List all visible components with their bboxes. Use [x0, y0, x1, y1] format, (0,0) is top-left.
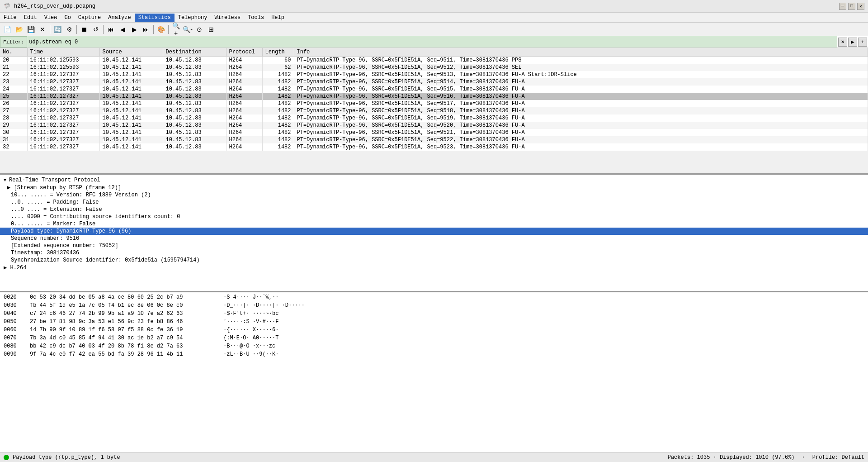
table-row[interactable]: 24 16:11:02.127327 10.45.12.141 10.45.12…	[0, 86, 868, 93]
title-bar-controls[interactable]: — □ ✕	[839, 3, 864, 10]
cell-dst: 10.45.12.83	[163, 71, 226, 78]
menu-view[interactable]: View	[41, 14, 61, 22]
menu-analyze[interactable]: Analyze	[104, 14, 134, 22]
table-row[interactable]: 30 16:11:02.127327 10.45.12.141 10.45.12…	[0, 129, 868, 136]
cell-len: 1482	[262, 129, 294, 136]
toolbar-restart-button[interactable]: ↺	[90, 24, 101, 35]
cell-time: 16:11:02.125593	[27, 64, 99, 71]
table-row[interactable]: 32 16:11:02.127327 10.45.12.141 10.45.12…	[0, 143, 868, 151]
status-right: Packets: 1035 · Displayed: 1010 (97.6%) …	[668, 454, 864, 461]
toolbar-save-button[interactable]: 💾	[25, 24, 36, 35]
cell-no: 30	[0, 129, 27, 136]
menu-capture[interactable]: Capture	[75, 14, 104, 22]
filter-right: ✕ ▶ +	[837, 38, 868, 47]
filter-input[interactable]	[27, 36, 837, 48]
col-header-dst[interactable]: Destination	[163, 48, 226, 57]
cell-no: 32	[0, 143, 27, 151]
col-header-no[interactable]: No.	[0, 48, 27, 57]
detail-rtp-section[interactable]: Real-Time Transport Protocol	[0, 176, 868, 184]
cell-dst: 10.45.12.83	[163, 107, 226, 114]
hex-pane[interactable]: 0020 0c 53 20 34 dd be 05 a8 4a ce 80 60…	[0, 292, 868, 452]
hex-offset: 0040	[4, 310, 26, 318]
cell-src: 10.45.12.141	[99, 107, 163, 114]
detail-stream-setup[interactable]: ▶ [Stream setup by RTSP (frame 12)]	[0, 184, 868, 191]
maximize-button[interactable]: □	[848, 3, 855, 10]
toolbar-scroll-last-button[interactable]: ⏭	[141, 24, 151, 35]
toolbar-scroll-next-button[interactable]: ▶	[129, 24, 140, 35]
packet-table-container[interactable]: No. Time Source Destination Protocol Len…	[0, 48, 868, 175]
app-icon: 🦈	[4, 3, 10, 10]
hex-bytes: c7 24 c6 46 27 74 2b 99 9b a1 a9 10 7e a…	[30, 310, 220, 318]
toolbar-capture-options-button[interactable]: ⚙	[64, 24, 75, 35]
toolbar-scroll-first-button[interactable]: ⏮	[105, 24, 116, 35]
toolbar-reload-button[interactable]: 🔄	[52, 24, 63, 35]
toolbar-scroll-prev-button[interactable]: ◀	[117, 24, 128, 35]
hex-row: 0080 bb 42 c9 dc b7 40 03 4f 20 8b 78 f1…	[4, 342, 864, 350]
cell-dst: 10.45.12.83	[163, 129, 226, 136]
cell-dst: 10.45.12.83	[163, 78, 226, 86]
menu-telephony[interactable]: Telephony	[175, 14, 211, 22]
cell-dst: 10.45.12.83	[163, 100, 226, 107]
menu-go[interactable]: Go	[61, 14, 74, 22]
cell-proto: H264	[226, 122, 262, 129]
cell-info: PT=DynamicRTP-Type-96, SSRC=0x5F1DE51A, …	[294, 93, 868, 100]
toolbar-close-button[interactable]: ✕	[37, 24, 48, 35]
table-row[interactable]: 25 16:11:02.127327 10.45.12.141 10.45.12…	[0, 93, 868, 100]
cell-info: PT=DynamicRTP-Type-96, SSRC=0x5F1DE51A, …	[294, 64, 868, 71]
minimize-button[interactable]: —	[839, 3, 846, 10]
col-header-info[interactable]: Info	[294, 48, 868, 57]
detail-h264-section[interactable]: ▶ H.264	[0, 264, 868, 271]
toolbar-zoom-in-button[interactable]: 🔍+	[170, 24, 181, 35]
cell-len: 1482	[262, 93, 294, 100]
hex-bytes: 27 be 17 81 98 9c 3a 53 e1 56 9c 23 fe b…	[30, 318, 220, 326]
table-row[interactable]: 22 16:11:02.127327 10.45.12.141 10.45.12…	[0, 71, 868, 78]
cell-len: 1482	[262, 71, 294, 78]
cell-time: 16:11:02.125593	[27, 57, 99, 64]
cell-proto: H264	[226, 86, 262, 93]
table-row[interactable]: 21 16:11:02.125593 10.45.12.141 10.45.12…	[0, 64, 868, 71]
filter-save-button[interactable]: +	[858, 38, 867, 47]
menu-statistics[interactable]: Statistics	[135, 14, 175, 22]
menu-wireless[interactable]: Wireless	[211, 14, 245, 22]
toolbar-stop-button[interactable]: ⏹	[79, 24, 90, 35]
col-header-time[interactable]: Time	[27, 48, 99, 57]
menu-edit[interactable]: Edit	[20, 14, 41, 22]
toolbar-zoom-normal-button[interactable]: ⊙	[194, 24, 205, 35]
cell-dst: 10.45.12.83	[163, 57, 226, 64]
table-row[interactable]: 31 16:11:02.127327 10.45.12.141 10.45.12…	[0, 136, 868, 143]
cell-time: 16:11:02.127327	[27, 122, 99, 129]
col-header-len[interactable]: Length	[262, 48, 294, 57]
table-row[interactable]: 27 16:11:02.127327 10.45.12.141 10.45.12…	[0, 107, 868, 114]
cell-info: PT=DynamicRTP-Type-96, SSRC=0x5F1DE51A, …	[294, 136, 868, 143]
cell-src: 10.45.12.141	[99, 136, 163, 143]
menu-help[interactable]: Help	[268, 14, 288, 22]
table-row[interactable]: 20 16:11:02.125593 10.45.12.141 10.45.12…	[0, 57, 868, 64]
table-row[interactable]: 29 16:11:02.127327 10.45.12.141 10.45.12…	[0, 122, 868, 129]
table-row[interactable]: 28 16:11:02.127327 10.45.12.141 10.45.12…	[0, 114, 868, 122]
filter-clear-button[interactable]: ✕	[838, 38, 847, 47]
menu-file[interactable]: File	[0, 14, 20, 22]
toolbar-new-button[interactable]: 📄	[2, 24, 13, 35]
cell-info: PT=DynamicRTP-Type-96, SSRC=0x5F1DE51A, …	[294, 78, 868, 86]
hex-bytes: bb 42 c9 dc b7 40 03 4f 20 8b 78 f1 8e d…	[30, 342, 220, 350]
close-button[interactable]: ✕	[857, 3, 864, 10]
filter-apply-button[interactable]: ▶	[848, 38, 857, 47]
col-header-src[interactable]: Source	[99, 48, 163, 57]
cell-dst: 10.45.12.83	[163, 136, 226, 143]
toolbar-open-button[interactable]: 📂	[14, 24, 24, 35]
table-row[interactable]: 26 16:11:02.127327 10.45.12.141 10.45.12…	[0, 100, 868, 107]
hex-row: 0020 0c 53 20 34 dd be 05 a8 4a ce 80 60…	[4, 293, 864, 301]
col-header-proto[interactable]: Protocol	[226, 48, 262, 57]
toolbar-colorize-button[interactable]: 🎨	[156, 24, 166, 35]
hex-offset: 0060	[4, 326, 26, 334]
table-row[interactable]: 23 16:11:02.127327 10.45.12.141 10.45.12…	[0, 78, 868, 86]
cell-info: PT=DynamicRTP-Type-96, SSRC=0x5F1DE51A, …	[294, 122, 868, 129]
toolbar-zoom-out-button[interactable]: 🔍-	[182, 24, 193, 35]
cell-len: 1482	[262, 107, 294, 114]
menu-tools[interactable]: Tools	[244, 14, 268, 22]
detail-pane[interactable]: Real-Time Transport Protocol ▶ [Stream s…	[0, 175, 868, 292]
cell-src: 10.45.12.141	[99, 64, 163, 71]
cell-proto: H264	[226, 71, 262, 78]
detail-payload-type[interactable]: Payload type: DynamicRTP-Type-96 (96)	[0, 228, 868, 235]
toolbar-resize-columns-button[interactable]: ⊞	[206, 24, 217, 35]
